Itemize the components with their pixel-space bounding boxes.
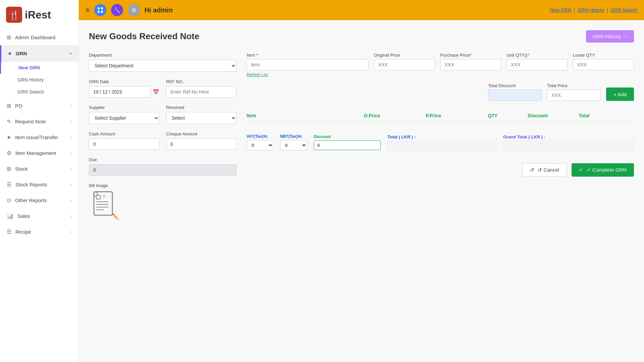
- sidebar-item-po[interactable]: ⊞ PO ‹: [0, 98, 78, 114]
- received-select[interactable]: Select Yes No: [166, 112, 236, 124]
- settings-button[interactable]: ⚙: [128, 4, 140, 16]
- chevron-right-icon: ‹: [70, 151, 72, 156]
- grn-date-label: GRN Date: [89, 79, 159, 84]
- topbar-link-grn-search[interactable]: GRN Search: [611, 7, 637, 13]
- form-left: Department Select DepartmentKitchenBarSt…: [89, 53, 236, 220]
- col-header-qty: QTY: [488, 113, 521, 118]
- sidebar-subitem-grn-search[interactable]: GRN Search: [0, 86, 78, 98]
- sidebar-item-sales[interactable]: 📊 Sales ‹: [0, 208, 78, 224]
- cheque-amount-group: Cheque Amount: [166, 131, 236, 150]
- department-label: Department: [89, 53, 236, 58]
- svg-rect-2: [98, 7, 100, 9]
- total-lkr-group: Total ( LKR ) :: [387, 134, 496, 150]
- sidebar-item-recipe[interactable]: ☰ Recipe ‹: [0, 224, 78, 240]
- sidebar-item-item-management[interactable]: ⚙ Item Management ‹: [0, 145, 78, 161]
- bill-image-label: Bill Image: [89, 183, 236, 188]
- svg-rect-3: [101, 7, 103, 9]
- items-table-header: Item O.Price P.Price QTY Discount Total: [247, 110, 634, 121]
- supplier-select[interactable]: Select Supplier Supplier A Supplier B: [89, 112, 159, 124]
- grid-button[interactable]: [94, 4, 106, 16]
- action-row: ↺ ↺ Cancel ✓ ✓ Complete GRN: [247, 163, 634, 177]
- sidebar-item-stock[interactable]: ⊞ Stock ‹: [0, 161, 78, 177]
- sidebar-item-label: Item Management: [15, 150, 56, 156]
- sidebar-item-label: GRN: [16, 51, 27, 56]
- settings-icon: ⚙: [131, 7, 136, 13]
- total-discount-field: Total Discount: [488, 83, 542, 101]
- chevron-right-icon: ‹: [70, 104, 72, 108]
- supplier-group: Supplier Select Supplier Supplier A Supp…: [89, 105, 159, 124]
- chevron-right-icon: ‹: [70, 135, 72, 140]
- chevron-right-icon: ‹: [70, 167, 72, 171]
- refresh-list-link[interactable]: Refresh List: [247, 72, 369, 77]
- add-button[interactable]: + Add: [606, 87, 634, 101]
- sidebar-item-admin-dashboard[interactable]: ⊞ Admin Dashboard: [0, 29, 78, 45]
- topbar-sep2: |: [605, 7, 609, 13]
- sidebar-item-item-issue-transfer[interactable]: ➤ Item Issue/Transfer ‹: [0, 129, 78, 145]
- chevron-right-icon: ‹: [70, 198, 72, 203]
- cancel-button[interactable]: ↺ ↺ Cancel: [522, 163, 567, 177]
- loose-qty-input[interactable]: [573, 59, 634, 70]
- chart-icon: 📊: [7, 213, 13, 219]
- total-discount-input[interactable]: [488, 89, 542, 101]
- sidebar-item-label: Admin Dashboard: [15, 35, 55, 40]
- department-select[interactable]: Select DepartmentKitchenBarStore: [89, 60, 236, 72]
- item-field: Item * Refresh List: [247, 53, 369, 77]
- list-icon: ☰: [7, 181, 11, 188]
- discount-tax-input[interactable]: [314, 140, 381, 150]
- grid-icon-po: ⊞: [7, 103, 11, 109]
- total-price-input[interactable]: [547, 89, 601, 101]
- sidebar-item-label: Stock Reports: [15, 182, 47, 187]
- ref-no-group: REF NO.: [166, 79, 236, 98]
- grn-date-group: GRN Date 📅: [89, 79, 159, 98]
- complete-grn-button[interactable]: ✓ ✓ Complete GRN: [572, 163, 634, 177]
- purchase-price-label: Purchase Price*: [440, 53, 501, 58]
- wrench-button[interactable]: 🔧: [111, 4, 123, 16]
- sidebar-item-label: Sales: [17, 213, 30, 219]
- hamburger-icon[interactable]: ≡: [86, 6, 90, 14]
- cheque-amount-input[interactable]: [166, 138, 236, 150]
- cash-amount-input[interactable]: [89, 138, 159, 150]
- cancel-label: ↺ Cancel: [538, 167, 559, 173]
- received-label: Received: [166, 105, 236, 110]
- form-right: Item * Refresh List Original Price: [247, 53, 634, 220]
- ref-no-input[interactable]: [166, 86, 236, 98]
- sidebar-item-request-note[interactable]: ✎ Request Note ‹: [0, 114, 78, 129]
- transfer-icon: ➤: [7, 134, 11, 140]
- item-label: Item *: [247, 53, 369, 58]
- svg-rect-5: [101, 11, 103, 13]
- cash-cheque-row: Cash Amount Cheque Amount: [89, 131, 236, 150]
- unit-qty-input[interactable]: [506, 59, 568, 70]
- sidebar-item-other-reports[interactable]: ⊙ Other Reports ‹: [0, 192, 78, 208]
- grn-date-input[interactable]: [89, 86, 151, 98]
- vat-select[interactable]: 0 5 10 15: [247, 140, 273, 150]
- ref-no-label: REF NO.: [166, 79, 236, 84]
- svg-text:$: $: [103, 194, 105, 198]
- cash-amount-label: Cash Amount: [89, 131, 159, 136]
- topbar-link-new-grn[interactable]: New GRN: [550, 7, 571, 13]
- calendar-icon[interactable]: 📅: [153, 89, 159, 95]
- bill-image-placeholder[interactable]: $ ✏️: [89, 190, 119, 220]
- dot-icon: ⊙: [7, 197, 11, 203]
- grn-history-button[interactable]: GRN History →: [586, 30, 634, 43]
- date-ref-row: GRN Date 📅 REF NO.: [89, 79, 236, 98]
- discount-tax-group: Discount: [314, 134, 381, 150]
- page-header: New Goods Received Note GRN History →: [89, 30, 634, 43]
- item-input[interactable]: [247, 59, 369, 70]
- wrench-icon: 🔧: [114, 7, 120, 13]
- purchase-price-input[interactable]: [440, 59, 501, 70]
- sidebar-subitem-grn-history[interactable]: GRN History: [0, 74, 78, 86]
- supplier-received-row: Supplier Select Supplier Supplier A Supp…: [89, 105, 236, 124]
- menu-icon: ☰: [7, 229, 11, 235]
- topbar-sep1: |: [573, 7, 577, 13]
- topbar-link-grn-history[interactable]: GRN History: [578, 7, 604, 13]
- item-inputs-row: Item * Refresh List Original Price: [247, 53, 634, 77]
- sidebar-subitem-new-grn[interactable]: New GRN: [0, 62, 78, 74]
- original-price-input[interactable]: [374, 59, 435, 70]
- sidebar-item-grn[interactable]: ● GRN ▾: [0, 45, 78, 62]
- edit-icon[interactable]: ✏️: [112, 213, 119, 220]
- sidebar-item-stock-reports[interactable]: ☰ Stock Reports ‹: [0, 177, 78, 192]
- refresh-icon: ↺: [530, 167, 534, 173]
- nbt-select[interactable]: 0 2 5: [280, 140, 307, 150]
- chevron-right-icon: ‹: [70, 119, 72, 124]
- nbt-label: NBT(Tax)%:: [280, 134, 307, 139]
